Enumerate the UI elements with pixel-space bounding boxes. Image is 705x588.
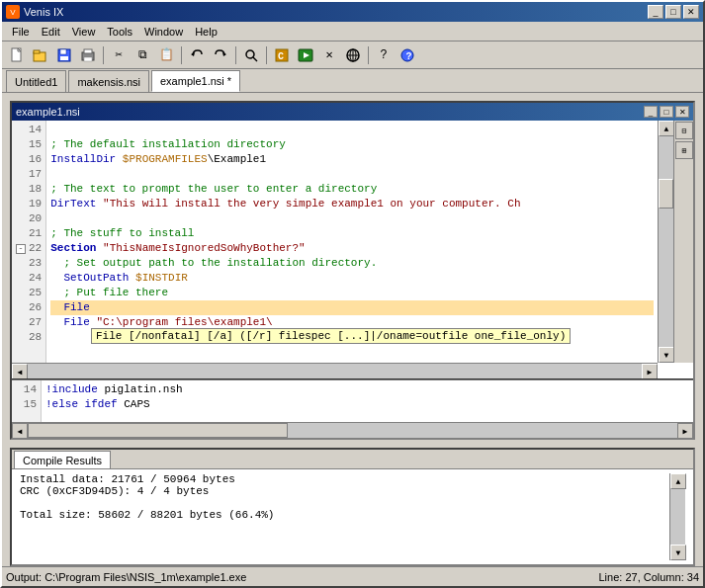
tab-makensis[interactable]: makensis.nsi [68,70,149,92]
mini-scroll-right[interactable]: ▶ [677,423,693,439]
new-button[interactable] [6,44,28,66]
redo-button[interactable] [210,44,231,66]
undo-button[interactable] [186,44,208,66]
open-button[interactable] [30,44,51,66]
menu-window[interactable]: Window [138,24,189,40]
editor-window-controls: _ □ ✕ [644,106,689,118]
code-line-19: DirText "This will install the very simp… [50,197,654,211]
app-title: Venis IX [24,6,63,18]
svg-rect-6 [60,49,66,54]
code-line-21: ; The stuff to install [50,226,654,241]
status-output-path: Output: C:\Program Files\NSIS_1m\example… [6,571,246,583]
hscroll-track[interactable] [28,364,642,378]
code-line-15: ; The default installation directory [50,137,654,152]
maximize-button[interactable]: □ [665,5,681,19]
app-icon: V [6,5,20,19]
code-line-23: ; Set output path to the installation di… [50,256,654,271]
status-cursor-position: Line: 27, Column: 34 [598,571,699,583]
code-line-17 [50,167,654,182]
title-bar: V Venis IX _ □ ✕ [2,2,703,22]
code-line-26: File [50,300,654,315]
help-button[interactable]: ? [373,44,395,66]
line-num: 26 [16,300,42,315]
bottom-vscrollbar[interactable]: ▲ ▼ [669,473,685,560]
line-num: 20 [16,211,42,226]
scroll-left-button[interactable]: ◀ [12,364,28,378]
split-h-button[interactable]: ⊟ [675,122,693,139]
menu-edit[interactable]: Edit [36,24,66,40]
scroll-up-button[interactable]: ▲ [659,121,674,136]
print-button[interactable] [77,44,99,66]
line-num: 28 [16,330,42,345]
split-v-button[interactable]: ⊞ [675,141,693,159]
scroll-track[interactable] [659,136,673,347]
editor-hscrollbar[interactable]: ◀ ▶ [12,363,658,378]
editor-close-button[interactable]: ✕ [675,106,689,118]
stop-button[interactable]: ✕ [318,44,340,66]
line-num: 16 [16,152,42,167]
editor-title-bar: example1.nsi _ □ ✕ [12,103,693,121]
mini-scroll-left[interactable]: ◀ [12,423,28,439]
svg-text:C: C [278,51,284,62]
copy-button[interactable]: ⧉ [132,44,153,66]
line-num: 21 [16,226,42,241]
line-num: 17 [16,167,42,182]
bottom-panel: Compile Results Install data: 21761 / 50… [10,448,695,566]
output-line-2: CRC (0xCF3D94D5): 4 / 4 bytes [20,485,669,497]
scroll-down-button[interactable]: ▼ [659,347,674,363]
tabs-row: Untitled1 makensis.nsi example1.nsi * [2,69,703,93]
separator-5 [368,46,369,64]
editor-body: 14 15 16 17 18 19 20 21 -22 23 24 25 26 … [12,121,658,363]
find-button[interactable] [240,44,262,66]
code-line-18: ; The text to prompt the user to enter a… [50,182,654,197]
bottom-scroll-track[interactable] [670,489,685,545]
paste-button[interactable]: 📋 [155,44,177,66]
editor-vscrollbar[interactable]: ▲ ▼ [658,121,673,363]
output-line-1: Install data: 21761 / 50964 bytes [20,473,669,485]
svg-text:?: ? [406,51,412,62]
menu-file[interactable]: File [6,24,36,40]
menu-help[interactable]: Help [189,24,223,40]
editor-maximize-button[interactable]: □ [660,106,673,118]
line-num: 18 [16,182,42,197]
about-button[interactable]: ? [397,44,418,66]
scroll-thumb[interactable] [659,179,673,209]
toolbar: ✂ ⧉ 📋 C ✕ ? ? [2,42,703,69]
title-bar-buttons: _ □ ✕ [648,5,699,19]
code-line-22: Section "ThisNameIsIgnoredSoWhyBother?" [50,241,654,256]
line-num: -22 [16,241,42,256]
editor-minimize-button[interactable]: _ [644,106,658,118]
code-area[interactable]: ; The default installation directory Ins… [46,121,658,363]
browse-button[interactable] [342,44,364,66]
bottom-tabs-row: Compile Results [12,450,693,469]
line-num: 14 [16,123,42,137]
code-line-14 [50,123,654,137]
scroll-right-button[interactable]: ▶ [642,364,658,378]
mini-hscroll-track[interactable] [28,423,677,438]
status-bar: Output: C:\Program Files\NSIS_1m\example… [2,566,703,586]
bottom-scroll-down[interactable]: ▼ [670,545,686,560]
line-numbers: 14 15 16 17 18 19 20 21 -22 23 24 25 26 … [12,121,46,363]
tab-example1[interactable]: example1.nsi * [151,70,240,92]
line-num: 19 [16,197,42,211]
tab-untitled1[interactable]: Untitled1 [6,70,66,92]
tab-compile-results[interactable]: Compile Results [14,451,111,468]
compile-button[interactable]: C [271,44,293,66]
minimize-button[interactable]: _ [648,5,663,19]
run-button[interactable] [295,44,316,66]
save-button[interactable] [53,44,75,66]
bottom-scroll-up[interactable]: ▲ [670,473,686,489]
line-num: 24 [16,271,42,286]
menu-view[interactable]: View [66,24,102,40]
cut-button[interactable]: ✂ [108,44,130,66]
menu-tools[interactable]: Tools [101,24,138,40]
separator-3 [235,46,236,64]
autocomplete-tooltip: File [/nonfatal] [/a] ([/r] filespec [..… [91,328,571,344]
svg-line-14 [253,57,257,61]
code-line-20 [50,211,654,226]
svg-rect-7 [60,56,68,60]
title-bar-left: V Venis IX [6,5,63,19]
line-num: 23 [16,256,42,271]
menu-bar: File Edit View Tools Window Help [2,22,703,42]
close-button[interactable]: ✕ [683,5,699,19]
